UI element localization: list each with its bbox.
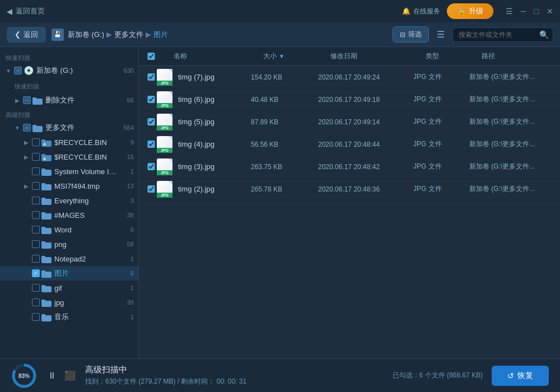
row-checkbox[interactable] bbox=[146, 73, 157, 81]
notepad2-checkbox[interactable] bbox=[32, 255, 40, 263]
sidebar-item-jpg[interactable]: jpg 39 bbox=[0, 295, 138, 310]
root-checkbox[interactable] bbox=[14, 67, 22, 74]
select-all-checkbox[interactable] bbox=[146, 53, 157, 60]
col-header-size[interactable]: 大小 ▼ bbox=[263, 52, 330, 61]
bell-icon: 🔔 bbox=[402, 7, 410, 15]
folder-icon bbox=[41, 297, 52, 307]
titlebar: ◀ 返回首页 🔔 在线服务 🔓 升级 ☰ ─ □ ✕ bbox=[0, 0, 560, 22]
restore-icon[interactable]: □ bbox=[534, 7, 539, 16]
sidebar-item-word[interactable]: Word 6 bbox=[0, 222, 138, 237]
progress-controls: ⏸ ⬛ bbox=[46, 370, 76, 382]
sidebar-item-msi[interactable]: ▶ MSI7f494.tmp 13 bbox=[0, 179, 138, 193]
search-button[interactable]: 🔍 bbox=[539, 30, 549, 39]
row-checkbox[interactable] bbox=[146, 118, 157, 125]
pause-button[interactable]: ⏸ bbox=[46, 370, 58, 382]
stop-button[interactable]: ⬛ bbox=[64, 370, 76, 382]
sidebar-item-recycle1[interactable]: ▶ A $RECYCLE.BIN 9 bbox=[0, 135, 138, 150]
sysvolume-label: System Volume Inf... bbox=[54, 167, 118, 176]
gif-checkbox[interactable] bbox=[32, 284, 40, 292]
restore-icon: ↺ bbox=[507, 371, 514, 380]
sidebar-item-sysvolume[interactable]: System Volume Inf... 1 bbox=[0, 164, 138, 179]
quick-scan-label: 快速扫描 bbox=[0, 50, 138, 63]
svg-rect-13 bbox=[41, 183, 45, 185]
folder-icon bbox=[41, 181, 52, 191]
delete-files-section: 快速扫描 bbox=[0, 79, 138, 92]
jpg-icon-bg: JPG bbox=[157, 158, 172, 175]
file-type: JPG 文件 bbox=[413, 184, 469, 194]
sidebar-item-recycle2[interactable]: ▶ A $RECYCLE.BIN 16 bbox=[0, 150, 138, 164]
folder-icon bbox=[32, 95, 43, 105]
upgrade-button[interactable]: 🔓 升级 bbox=[447, 3, 493, 19]
more-checkbox[interactable] bbox=[23, 124, 31, 132]
back-home-btn[interactable]: ◀ 返回首页 bbox=[7, 6, 45, 16]
sysvolume-checkbox[interactable] bbox=[32, 167, 40, 175]
minimize-icon[interactable]: ─ bbox=[521, 7, 526, 16]
recycle1-count: 9 bbox=[120, 139, 134, 146]
breadcrumb-folder[interactable]: 更多文件 bbox=[114, 30, 143, 40]
table-row[interactable]: JPG timg (5).jpg 87.89 KB 2020.06.17 20:… bbox=[139, 111, 560, 133]
svg-text:A: A bbox=[43, 157, 46, 161]
row-checkbox[interactable] bbox=[146, 163, 157, 170]
upgrade-label: 升级 bbox=[469, 6, 483, 16]
menu-icon[interactable]: ☰ bbox=[506, 7, 513, 16]
word-checkbox[interactable] bbox=[32, 226, 40, 234]
search-input[interactable] bbox=[452, 27, 553, 42]
sidebar-item-mages[interactable]: #MAGES 38 bbox=[0, 208, 138, 222]
png-checkbox[interactable] bbox=[32, 240, 40, 248]
svg-rect-19 bbox=[41, 227, 45, 229]
row-checkbox[interactable] bbox=[146, 141, 157, 148]
back-label: 返回 bbox=[24, 30, 38, 40]
sidebar-item-more[interactable]: ▼ 更多文件 564 bbox=[0, 120, 138, 135]
folder-a-icon2: A bbox=[41, 152, 52, 162]
restore-button[interactable]: ↺ 恢复 bbox=[492, 366, 549, 386]
breadcrumb-drive[interactable]: 新加卷 (G:) bbox=[68, 30, 104, 40]
pictures-checkbox[interactable] bbox=[32, 269, 40, 277]
row-checkbox[interactable] bbox=[146, 96, 157, 103]
table-row[interactable]: JPG timg (2).jpg 265.78 KB 2020.06.17 20… bbox=[139, 178, 560, 200]
sidebar-item-everything[interactable]: Everything 3 bbox=[0, 193, 138, 208]
msi-label: MSI7f494.tmp bbox=[54, 182, 118, 190]
breadcrumb-sep1: ▶ bbox=[106, 30, 112, 39]
view-toggle-button[interactable]: ☰ bbox=[433, 28, 448, 41]
back-button[interactable]: ❮ 返回 bbox=[7, 27, 46, 43]
file-date: 2020.06.17 20:48:44 bbox=[318, 141, 413, 148]
sidebar-item-notepad2[interactable]: Notepad2 1 bbox=[0, 251, 138, 266]
table-row[interactable]: JPG timg (7).jpg 154.20 KB 2020.06.17 20… bbox=[139, 66, 560, 88]
table-row[interactable]: JPG timg (4).jpg 56.56 KB 2020.06.17 20:… bbox=[139, 133, 560, 156]
notepad2-count: 1 bbox=[120, 255, 134, 262]
jpg-badge: JPG bbox=[157, 103, 172, 108]
delete-count: 66 bbox=[120, 97, 134, 104]
folder-icon bbox=[41, 239, 52, 249]
col-path-label: 路径 bbox=[482, 52, 495, 61]
table-row[interactable]: JPG timg (6).jpg 40.48 KB 2020.06.17 20:… bbox=[139, 88, 560, 111]
music-checkbox[interactable] bbox=[32, 313, 40, 321]
everything-count: 3 bbox=[120, 197, 134, 204]
sidebar-item-root[interactable]: ▼ 💿 新加卷 (G:) 630 bbox=[0, 63, 138, 78]
sidebar-item-delete[interactable]: ▶ 删除文件 66 bbox=[0, 93, 138, 108]
online-service[interactable]: 🔔 在线服务 bbox=[402, 7, 440, 16]
table-row[interactable]: JPG timg (3).jpg 263.75 KB 2020.06.17 20… bbox=[139, 156, 560, 178]
sidebar-item-gif[interactable]: gif 1 bbox=[0, 281, 138, 295]
png-label: png bbox=[54, 240, 118, 249]
delete-checkbox[interactable] bbox=[23, 96, 31, 104]
breadcrumb-current[interactable]: 图片 bbox=[153, 30, 168, 40]
everything-checkbox[interactable] bbox=[32, 197, 40, 204]
arrow-icon: ▼ bbox=[4, 68, 12, 74]
row-checkbox[interactable] bbox=[146, 185, 157, 193]
folder-icon bbox=[41, 210, 52, 220]
sidebar-item-png[interactable]: png 58 bbox=[0, 237, 138, 251]
close-icon[interactable]: ✕ bbox=[547, 7, 553, 16]
sidebar-item-pictures[interactable]: 图片 6 bbox=[0, 266, 138, 281]
sidebar-item-music[interactable]: 音乐 1 bbox=[0, 310, 138, 324]
jpg-checkbox[interactable] bbox=[32, 298, 40, 306]
more-label: 更多文件 bbox=[45, 123, 118, 133]
recycle1-checkbox[interactable] bbox=[32, 138, 40, 146]
mages-checkbox[interactable] bbox=[32, 211, 40, 219]
file-size: 87.89 KB bbox=[251, 118, 318, 126]
recycle2-checkbox[interactable] bbox=[32, 153, 40, 161]
advanced-scan-label: 高级扫描 bbox=[0, 108, 138, 120]
filter-button[interactable]: ⊟ 筛选 bbox=[393, 26, 429, 43]
folder-icon bbox=[41, 225, 52, 235]
file-name: timg (4).jpg bbox=[178, 140, 251, 148]
msi-checkbox[interactable] bbox=[32, 182, 40, 190]
